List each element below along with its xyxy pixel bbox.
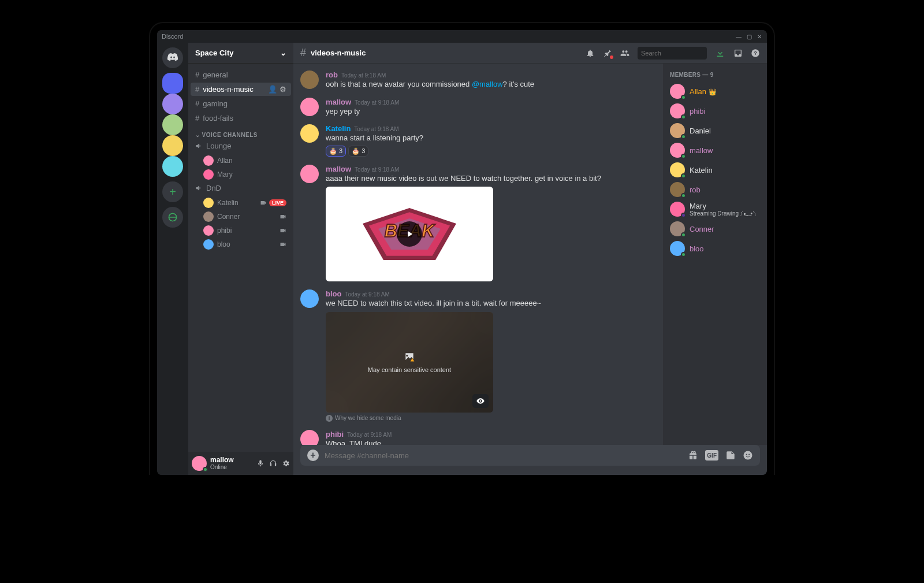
server-icon[interactable] bbox=[162, 94, 183, 114]
message-author[interactable]: mallow bbox=[326, 98, 351, 106]
window-maximize[interactable]: ▢ bbox=[746, 34, 752, 39]
members-header: MEMBERS — 9 bbox=[666, 69, 763, 81]
notifications-icon[interactable] bbox=[586, 49, 595, 58]
server-icon[interactable] bbox=[162, 114, 183, 135]
gif-button[interactable]: GIF bbox=[705, 450, 718, 461]
avatar bbox=[670, 103, 685, 118]
text-channel[interactable]: #general bbox=[191, 68, 291, 81]
play-button[interactable] bbox=[397, 221, 422, 247]
message-author[interactable]: bloo bbox=[326, 289, 341, 298]
member-item[interactable]: mallow bbox=[666, 140, 763, 160]
member-item[interactable]: rob bbox=[666, 180, 763, 199]
voice-user[interactable]: Conner bbox=[191, 210, 291, 224]
message-timestamp: Today at 9:18 AM bbox=[345, 291, 389, 298]
sensitive-embed: May contain sensitive content bbox=[326, 312, 493, 413]
avatar bbox=[670, 143, 685, 158]
member-name: Katelin bbox=[690, 166, 713, 174]
hide-media-link[interactable]: iWhy we hide some media bbox=[326, 415, 656, 422]
camera-icon bbox=[260, 199, 267, 206]
message-author[interactable]: Katelin bbox=[326, 124, 351, 133]
message-text: wanna start a listening party? bbox=[326, 133, 656, 143]
member-item[interactable]: phibi bbox=[666, 101, 763, 121]
download-icon[interactable] bbox=[715, 48, 725, 58]
search-box[interactable] bbox=[638, 47, 707, 60]
message-text: we NEED to watch this txt video. ill joi… bbox=[326, 298, 656, 309]
avatar[interactable] bbox=[300, 165, 319, 183]
member-item[interactable]: Mary Streaming Drawing ༼•͟ ͜ •༽ bbox=[666, 199, 763, 219]
message: phibiToday at 9:18 AMWhoa, TMI dude. bbox=[300, 428, 656, 445]
voice-user[interactable]: phibi bbox=[191, 224, 291, 237]
hash-icon: # bbox=[195, 99, 199, 108]
mic-icon[interactable] bbox=[256, 459, 264, 467]
voice-user[interactable]: bloo bbox=[191, 237, 291, 251]
invite-icon[interactable]: 👤 bbox=[268, 85, 277, 94]
member-item[interactable]: Daniel bbox=[666, 121, 763, 140]
help-icon[interactable]: ? bbox=[751, 49, 760, 58]
avatar[interactable] bbox=[300, 430, 319, 445]
hash-icon: # bbox=[195, 85, 199, 94]
attach-button[interactable]: + bbox=[307, 450, 319, 461]
server-header[interactable]: Space City ⌄ bbox=[188, 43, 293, 64]
avatar[interactable] bbox=[300, 124, 319, 143]
reaction[interactable]: 🎂 3 bbox=[326, 146, 346, 157]
window-minimize[interactable]: — bbox=[736, 34, 742, 39]
message-author[interactable]: phibi bbox=[326, 430, 344, 439]
avatar[interactable] bbox=[300, 70, 319, 89]
message-timestamp: Today at 9:18 AM bbox=[354, 126, 398, 132]
text-channel[interactable]: #food-fails bbox=[191, 112, 291, 125]
message-author[interactable]: mallow bbox=[326, 165, 351, 173]
voice-user[interactable]: Mary bbox=[191, 168, 291, 181]
server-icon[interactable] bbox=[162, 73, 183, 94]
gear-icon[interactable]: ⚙ bbox=[280, 85, 286, 94]
members-icon[interactable] bbox=[620, 49, 629, 58]
user-avatar[interactable] bbox=[192, 456, 207, 471]
message-timestamp: Today at 9:18 AM bbox=[355, 99, 399, 106]
voice-user[interactable]: KatelinLIVE bbox=[191, 196, 291, 210]
member-item[interactable]: Allan 👑 bbox=[666, 81, 763, 101]
reaction[interactable]: 🎂 3 bbox=[348, 146, 368, 157]
message-author[interactable]: rob bbox=[326, 70, 338, 79]
message: mallowToday at 9:18 AMyep yep ty bbox=[300, 95, 656, 122]
avatar bbox=[670, 221, 685, 236]
member-item[interactable]: bloo bbox=[666, 239, 763, 258]
member-name: bloo bbox=[690, 244, 704, 253]
inbox-icon[interactable] bbox=[733, 49, 743, 58]
sticker-icon[interactable] bbox=[725, 450, 736, 461]
message-input[interactable] bbox=[325, 451, 682, 460]
voice-channel[interactable]: DnD bbox=[191, 181, 291, 195]
home-button[interactable] bbox=[162, 47, 183, 68]
window-close[interactable]: ✕ bbox=[757, 34, 762, 39]
voice-channels-header[interactable]: ⌄VOICE CHANNELS bbox=[191, 126, 291, 139]
video-embed[interactable]: BEAK bbox=[326, 187, 493, 281]
message-text: Whoa, TMI dude. bbox=[326, 439, 656, 445]
emoji-icon[interactable] bbox=[743, 450, 753, 461]
settings-icon[interactable] bbox=[282, 459, 290, 467]
explore-button[interactable] bbox=[162, 207, 183, 228]
member-item[interactable]: Katelin bbox=[666, 160, 763, 180]
search-input[interactable] bbox=[641, 50, 721, 57]
avatar bbox=[670, 182, 685, 197]
add-server-button[interactable]: + bbox=[162, 181, 183, 202]
text-channel[interactable]: #videos-n-music👤⚙ bbox=[191, 83, 291, 96]
headphones-icon[interactable] bbox=[269, 459, 277, 467]
avatar bbox=[203, 211, 214, 222]
text-channel[interactable]: #gaming bbox=[191, 97, 291, 110]
avatar[interactable] bbox=[300, 98, 319, 116]
member-item[interactable]: Conner bbox=[666, 219, 763, 239]
mention[interactable]: @mallow bbox=[472, 80, 503, 88]
voice-user[interactable]: Allan bbox=[191, 154, 291, 168]
reveal-button[interactable] bbox=[472, 394, 489, 408]
gift-icon[interactable] bbox=[688, 450, 698, 461]
member-name: Allan 👑 bbox=[690, 87, 717, 96]
member-name: Daniel bbox=[690, 127, 711, 135]
message-timestamp: Today at 9:18 AM bbox=[347, 432, 392, 438]
voice-channel[interactable]: Lounge bbox=[191, 139, 291, 153]
avatar[interactable] bbox=[300, 289, 319, 308]
message-input-box[interactable]: + GIF bbox=[300, 445, 760, 466]
message-text: yep yep ty bbox=[326, 106, 656, 117]
server-icon[interactable] bbox=[162, 135, 183, 156]
camera-icon bbox=[280, 213, 286, 220]
svg-point-7 bbox=[744, 451, 752, 460]
server-icon[interactable] bbox=[162, 156, 183, 177]
pin-icon[interactable] bbox=[603, 49, 612, 58]
